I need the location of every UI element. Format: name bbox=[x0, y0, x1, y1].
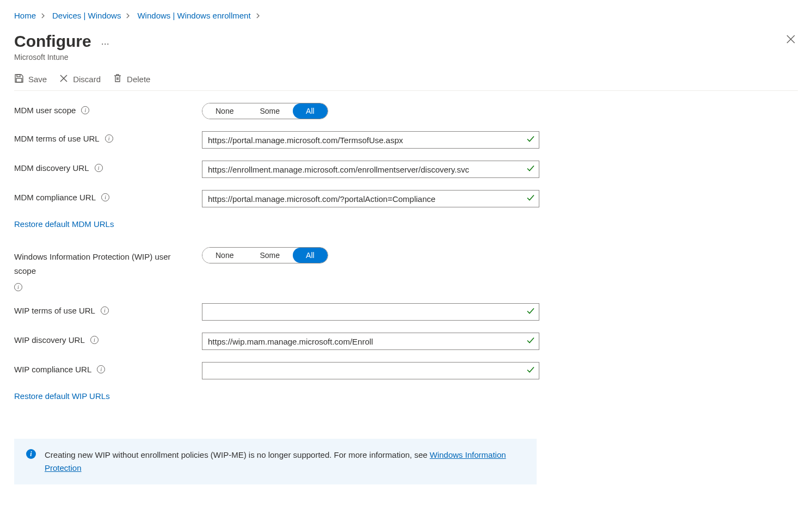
command-bar: Save Discard Delete bbox=[14, 73, 798, 91]
row-mdm-compliance-url: MDM compliance URL i bbox=[14, 190, 798, 207]
info-icon[interactable]: i bbox=[90, 336, 99, 344]
page-subtitle: Microsoft Intune bbox=[14, 53, 798, 62]
label-wip-compliance-url: WIP compliance URL bbox=[14, 365, 91, 374]
save-icon bbox=[14, 73, 24, 85]
header: Configure ··· bbox=[14, 32, 798, 51]
chevron-right-icon bbox=[256, 13, 262, 19]
breadcrumb-home[interactable]: Home bbox=[14, 11, 36, 20]
checkmark-icon bbox=[526, 164, 535, 175]
info-icon[interactable]: i bbox=[95, 164, 103, 172]
label-mdm-user-scope: MDM user scope bbox=[14, 106, 76, 115]
close-button[interactable] bbox=[784, 32, 798, 48]
more-actions-button[interactable]: ··· bbox=[101, 38, 109, 50]
delete-label: Delete bbox=[127, 75, 150, 84]
input-wip-discovery-url[interactable] bbox=[202, 333, 539, 350]
checkmark-icon bbox=[526, 135, 535, 145]
label-wip-user-scope: Windows Information Protection (WIP) use… bbox=[14, 250, 186, 278]
mdm-user-scope-segmented[interactable]: None Some All bbox=[202, 103, 328, 119]
checkmark-icon bbox=[526, 194, 535, 204]
row-wip-discovery-url: WIP discovery URL i bbox=[14, 333, 798, 350]
info-notice: i Creating new WIP without enrollment po… bbox=[14, 439, 537, 484]
input-mdm-terms-url[interactable] bbox=[202, 131, 539, 149]
row-wip-terms-url: WIP terms of use URL i bbox=[14, 303, 798, 321]
label-mdm-discovery-url: MDM discovery URL bbox=[14, 163, 89, 173]
input-wip-terms-url[interactable] bbox=[202, 303, 539, 321]
svg-rect-3 bbox=[16, 78, 22, 82]
checkmark-icon bbox=[526, 307, 535, 317]
row-mdm-discovery-url: MDM discovery URL i bbox=[14, 161, 798, 178]
row-wip-user-scope: Windows Information Protection (WIP) use… bbox=[14, 247, 798, 291]
segment-all[interactable]: All bbox=[293, 248, 328, 263]
info-icon[interactable]: i bbox=[101, 193, 109, 201]
row-wip-compliance-url: WIP compliance URL i bbox=[14, 362, 798, 379]
segment-none[interactable]: None bbox=[202, 248, 247, 263]
segment-none[interactable]: None bbox=[202, 103, 247, 119]
info-icon: i bbox=[26, 449, 36, 459]
segment-some[interactable]: Some bbox=[247, 248, 293, 263]
svg-rect-2 bbox=[17, 75, 20, 77]
discard-label: Discard bbox=[73, 75, 101, 84]
delete-button[interactable]: Delete bbox=[113, 73, 150, 85]
info-icon[interactable]: i bbox=[81, 106, 89, 114]
checkmark-icon bbox=[526, 366, 535, 376]
restore-wip-urls-link[interactable]: Restore default WIP URLs bbox=[14, 391, 110, 401]
save-label: Save bbox=[28, 75, 47, 84]
discard-button[interactable]: Discard bbox=[59, 73, 101, 85]
row-mdm-terms-url: MDM terms of use URL i bbox=[14, 131, 798, 149]
segment-some[interactable]: Some bbox=[247, 103, 293, 119]
close-icon bbox=[59, 73, 69, 85]
info-icon[interactable]: i bbox=[14, 283, 22, 291]
segment-all[interactable]: All bbox=[293, 103, 328, 119]
row-mdm-user-scope: MDM user scope i None Some All bbox=[14, 103, 798, 119]
label-wip-discovery-url: WIP discovery URL bbox=[14, 335, 85, 345]
save-button[interactable]: Save bbox=[14, 73, 47, 85]
wip-user-scope-segmented[interactable]: None Some All bbox=[202, 247, 328, 263]
page-title: Configure bbox=[14, 32, 91, 51]
breadcrumb-windows-enrollment[interactable]: Windows | Windows enrollment bbox=[137, 11, 250, 20]
label-wip-terms-url: WIP terms of use URL bbox=[14, 306, 95, 315]
info-icon[interactable]: i bbox=[105, 134, 113, 143]
breadcrumb: Home Devices | Windows Windows | Windows… bbox=[14, 11, 798, 20]
label-mdm-compliance-url: MDM compliance URL bbox=[14, 193, 96, 202]
restore-mdm-urls-link[interactable]: Restore default MDM URLs bbox=[14, 219, 114, 229]
input-wip-compliance-url[interactable] bbox=[202, 362, 539, 379]
info-icon[interactable]: i bbox=[97, 365, 105, 373]
input-mdm-discovery-url[interactable] bbox=[202, 161, 539, 178]
chevron-right-icon bbox=[126, 13, 132, 19]
notice-text: Creating new WIP without enrollment poli… bbox=[45, 450, 430, 459]
trash-icon bbox=[113, 73, 122, 85]
label-mdm-terms-url: MDM terms of use URL bbox=[14, 134, 100, 143]
info-icon[interactable]: i bbox=[101, 306, 109, 315]
input-mdm-compliance-url[interactable] bbox=[202, 190, 539, 207]
chevron-right-icon bbox=[41, 13, 47, 19]
checkmark-icon bbox=[526, 336, 535, 347]
breadcrumb-devices-windows[interactable]: Devices | Windows bbox=[52, 11, 121, 20]
